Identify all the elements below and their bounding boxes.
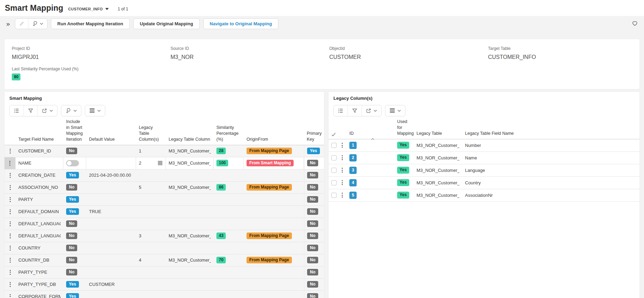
target-field-name-cell: CORPORATE_FORM bbox=[16, 294, 63, 298]
export-button[interactable] bbox=[37, 105, 57, 116]
title-bar: Smart Mapping CUSTOMER_INFO 1 of 1 bbox=[0, 0, 644, 16]
table-row[interactable]: PARTY_TYPE_DBYesCUSTOMERNo bbox=[5, 279, 324, 291]
table-row[interactable]: COUNTRY_DBNo4M3_NOR_Customer_M370From Ma… bbox=[5, 254, 324, 266]
header-used-for-mapping[interactable]: Used for Mapping bbox=[394, 117, 414, 139]
favorite-button[interactable] bbox=[632, 21, 639, 26]
entity-selector[interactable]: CUSTOMER_INFO bbox=[68, 7, 109, 11]
header-origin-from[interactable]: OriginFrom bbox=[244, 135, 304, 145]
field-label: Source ID bbox=[171, 46, 322, 51]
row-checkbox[interactable] bbox=[331, 168, 337, 173]
select-cell bbox=[329, 143, 338, 148]
include-in-iteration-cell: No bbox=[63, 148, 86, 155]
navigate-to-original-mapping-button[interactable]: Navigate to Original Mapping bbox=[203, 18, 279, 29]
table-row[interactable]: ASSOCIATION_NONo5M3_NOR_Customer_M386Fro… bbox=[5, 182, 324, 194]
table-row[interactable]: COUNTRYNoNo bbox=[5, 242, 324, 254]
header-legacy-table-column[interactable]: Legacy Table Column bbox=[166, 135, 214, 145]
target-field-name-cell: DEFAULT_LANGUAGE bbox=[16, 221, 63, 226]
export-button[interactable] bbox=[361, 105, 381, 116]
table-row[interactable]: 4YesM3_NOR_Customer_M3Country bbox=[329, 177, 639, 189]
field-source-id: Source ID M3_NOR bbox=[163, 46, 322, 60]
target-field-name: CREATION_DATE bbox=[18, 173, 55, 178]
row-menu-kebab-icon[interactable] bbox=[341, 179, 344, 186]
smart-mapping-seal-button[interactable] bbox=[28, 19, 47, 29]
row-menu-kebab-icon[interactable] bbox=[9, 257, 12, 264]
row-menu-kebab-icon[interactable] bbox=[9, 196, 12, 203]
primary-key-cell: No bbox=[304, 206, 324, 218]
column-list-button[interactable] bbox=[10, 105, 24, 116]
smart-mapping-actions-button[interactable] bbox=[61, 105, 81, 116]
row-menu-kebab-icon[interactable] bbox=[9, 172, 12, 179]
header-legacy-table-field-name[interactable]: Legacy Table Field Name bbox=[462, 129, 639, 139]
target-field-name: COUNTRY_DB bbox=[18, 257, 49, 263]
include-toggle-off[interactable] bbox=[66, 160, 79, 166]
row-menu-kebab-icon[interactable] bbox=[8, 160, 11, 167]
row-menu-kebab-icon[interactable] bbox=[9, 245, 12, 252]
table-row[interactable]: 5YesM3_NOR_Customer_M3AssociationNr bbox=[329, 189, 639, 202]
table-row[interactable]: 3YesM3_NOR_Customer_M3Language bbox=[329, 164, 639, 177]
legacy-table-columns-cell: 1 bbox=[136, 148, 166, 154]
edit-button[interactable] bbox=[15, 19, 28, 29]
table-row[interactable]: 1YesM3_NOR_Customer_M3Number bbox=[329, 139, 639, 152]
row-checkbox[interactable] bbox=[331, 180, 337, 185]
row-menu-kebab-icon[interactable] bbox=[341, 167, 344, 174]
row-menu-kebab-icon[interactable] bbox=[9, 148, 12, 155]
row-menu-kebab-icon[interactable] bbox=[341, 142, 344, 149]
row-menu-kebab-icon[interactable] bbox=[9, 233, 12, 239]
row-height-button[interactable] bbox=[385, 105, 405, 116]
row-checkbox[interactable] bbox=[331, 193, 337, 198]
row-menu-kebab-icon[interactable] bbox=[341, 154, 344, 161]
filter-button[interactable] bbox=[24, 105, 37, 116]
table-row[interactable]: CREATION_DATEYes2021-04-20-00.00.00No bbox=[5, 169, 324, 182]
header-legacy-table-columns[interactable]: Legacy Table Column(s) bbox=[136, 123, 166, 145]
header-target-field-name[interactable]: Target Field Name bbox=[16, 135, 63, 145]
lookup-list-icon[interactable] bbox=[158, 161, 163, 165]
select-cell bbox=[329, 180, 338, 185]
table-row[interactable]: 2YesM3_NOR_Customer_M3Name bbox=[329, 152, 639, 164]
table-row[interactable]: NAME2M3_NOR_Customer_M3100From Smart Map… bbox=[5, 157, 324, 169]
row-menu-kebab-icon[interactable] bbox=[9, 184, 12, 191]
row-menu-kebab-icon[interactable] bbox=[9, 281, 12, 288]
table-row[interactable]: DEFAULT_DOMAINYesTRUENo bbox=[5, 206, 324, 218]
row-menu-kebab-icon[interactable] bbox=[9, 269, 12, 276]
field-object-id: ObjectId CUSTOMER bbox=[322, 46, 481, 60]
target-field-name: DEFAULT_DOMAIN bbox=[18, 209, 59, 214]
origin-from-badge: From Mapping Page bbox=[247, 257, 292, 264]
field-label: Project ID bbox=[12, 46, 163, 51]
row-checkbox[interactable] bbox=[331, 143, 337, 148]
row-menu-kebab-icon[interactable] bbox=[9, 220, 12, 227]
row-height-group bbox=[385, 105, 405, 116]
filter-button[interactable] bbox=[348, 105, 361, 116]
primary-key-cell: No bbox=[304, 218, 324, 230]
row-menu-kebab-icon[interactable] bbox=[9, 208, 12, 215]
header-legacy-table[interactable]: Legacy Table bbox=[414, 129, 462, 139]
expand-panel-icon[interactable]: » bbox=[5, 20, 11, 27]
run-another-mapping-iteration-button[interactable]: Run Another Mapping Iteration bbox=[51, 18, 130, 29]
update-original-mapping-button[interactable]: Update Original Mapping bbox=[133, 18, 200, 29]
table-row[interactable]: CORPORATE_FORMYesNo bbox=[5, 291, 324, 298]
legacy-columns-panel: Legacy Column(s) bbox=[328, 91, 640, 298]
page-title: Smart Mapping bbox=[5, 3, 63, 13]
row-menu-kebab-icon[interactable] bbox=[341, 192, 344, 199]
include-badge: No bbox=[66, 269, 77, 276]
column-list-button[interactable] bbox=[334, 105, 348, 116]
header-similarity-percentage[interactable]: Similarity Percentage (%) bbox=[214, 123, 244, 145]
row-checkbox[interactable] bbox=[331, 155, 337, 160]
row-menu-kebab-icon[interactable] bbox=[9, 293, 12, 298]
table-row[interactable]: DEFAULT_LANGUAGENoNo bbox=[5, 218, 324, 230]
header-primary-key[interactable]: Primary Key bbox=[304, 129, 324, 145]
similarity-cell: 100 bbox=[214, 157, 244, 169]
table-row[interactable]: CUSTOMER_IDNo1M3_NOR_Customer_M328From M… bbox=[5, 145, 324, 157]
table-row[interactable]: PARTYYesNo bbox=[5, 194, 324, 206]
id-cell: 5 bbox=[347, 192, 394, 199]
table-row[interactable]: PARTY_TYPENoNo bbox=[5, 266, 324, 279]
header-select-all[interactable] bbox=[329, 131, 338, 139]
field-label: ObjectId bbox=[329, 46, 481, 51]
header-include-in-iteration[interactable]: Include in Smart Mapping Iteration bbox=[63, 117, 86, 145]
export-icon bbox=[366, 108, 371, 113]
header-id[interactable]: ID bbox=[347, 129, 394, 139]
similarity-badge: 90 bbox=[12, 73, 20, 80]
row-height-button[interactable] bbox=[85, 105, 105, 116]
table-row[interactable]: DEFAULT_LANGUAGENo3M3_NOR_Customer_M343F… bbox=[5, 230, 324, 242]
include-badge: Yes bbox=[66, 208, 79, 215]
header-default-value[interactable]: Default Value bbox=[86, 135, 136, 145]
